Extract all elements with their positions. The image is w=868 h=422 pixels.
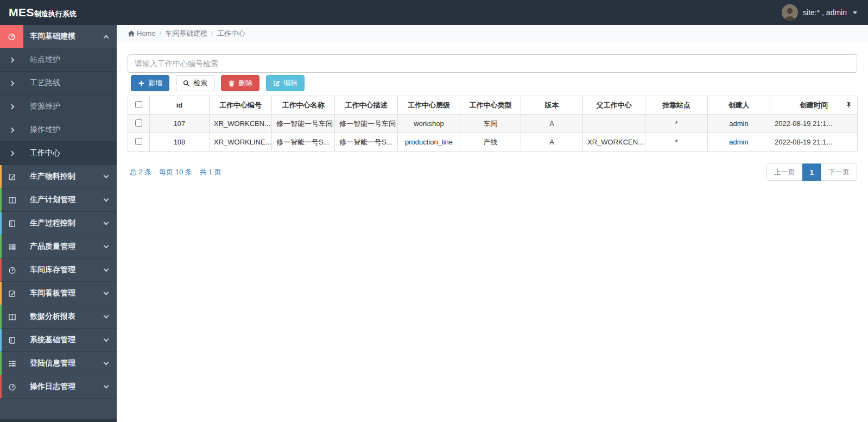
column-header-version[interactable]: 版本: [521, 96, 583, 115]
prev-page-button[interactable]: 上一页: [766, 163, 803, 181]
search-icon: [183, 80, 190, 87]
table-row[interactable]: 107XR_WORKCEN...修一智能一号车间修一智能一号车间workshop…: [128, 115, 858, 133]
pager: 上一页 1 下一页: [767, 163, 857, 181]
sidebar-group[interactable]: 生产过程控制: [0, 212, 117, 235]
chevron-down-icon: [104, 173, 109, 179]
sidebar-group-label: 生产物料控制: [23, 172, 104, 181]
cell-code: XR_WORKLINE...: [210, 133, 272, 152]
search-input[interactable]: [128, 54, 857, 73]
cell-version: A: [521, 133, 583, 152]
sidebar-group[interactable]: 系统基础管理: [0, 329, 117, 352]
sidebar-item[interactable]: 工作中心: [0, 142, 117, 165]
cell-creator: admin: [708, 115, 770, 133]
cell-level: workshop: [398, 115, 460, 133]
pencil-square-icon: [2, 165, 23, 188]
column-header-station[interactable]: 挂靠站点: [645, 96, 708, 115]
user-menu[interactable]: site:* , admin: [782, 4, 868, 21]
sidebar-item-label: 操作维护: [23, 125, 117, 135]
sidebar-group[interactable]: 数据分析报表: [0, 305, 117, 329]
sidebar-group-label: 车间看板管理: [23, 288, 104, 298]
sidebar-item[interactable]: 工艺路线: [0, 72, 117, 95]
next-page-button[interactable]: 下一页: [821, 163, 857, 181]
delete-button[interactable]: 删除: [221, 75, 259, 91]
chevron-down-icon: [104, 267, 109, 272]
row-select-cell: [128, 115, 150, 133]
chevron-down-icon: [104, 290, 109, 295]
cell-ctime: 2022-08-19 21:1...: [770, 133, 858, 152]
query-button[interactable]: 检索: [176, 75, 214, 91]
sidebar-group[interactable]: 车间库存管理: [0, 259, 117, 282]
sidebar-group-label: 车间基础建模: [23, 32, 104, 41]
gauge-icon: [2, 375, 23, 398]
chevron-right-icon: [0, 118, 23, 141]
app-logo[interactable]: MES制造执行系统: [0, 6, 117, 19]
cell-id: 107: [150, 115, 210, 133]
cell-creator: admin: [708, 133, 770, 152]
cell-type: 产线: [460, 133, 521, 152]
breadcrumb-current: 工作中心: [217, 29, 245, 39]
pagination-summary[interactable]: 总 2 条 每页 10 条 共 1 页: [128, 167, 227, 177]
caret-down-icon: [853, 11, 857, 14]
sidebar-group[interactable]: 生产物料控制: [0, 165, 117, 188]
book-icon: [2, 212, 23, 235]
sidebar-group[interactable]: 生产计划管理: [0, 188, 117, 212]
column-header-ctime[interactable]: 创建时间: [770, 96, 858, 115]
row-checkbox[interactable]: [135, 138, 142, 145]
row-checkbox[interactable]: [135, 119, 142, 127]
total-count: 总 2 条: [130, 168, 151, 176]
sidebar-group[interactable]: 操作日志管理: [0, 375, 117, 399]
column-header-id[interactable]: id: [150, 96, 210, 115]
cell-id: 108: [150, 133, 210, 152]
pencil-square-icon: [2, 282, 23, 305]
page-1-button[interactable]: 1: [802, 163, 821, 181]
sidebar-item[interactable]: 操作维护: [0, 118, 117, 142]
chevron-down-icon: [104, 337, 109, 342]
cell-version: A: [521, 115, 583, 133]
sidebar-item[interactable]: 资源维护: [0, 95, 117, 118]
main-area: Home / 车间基础建模 / 工作中心 新增 检索 删除 编辑: [117, 0, 868, 181]
sidebar-group[interactable]: 登陆信息管理: [0, 352, 117, 375]
sidebar-item-label: 资源维护: [23, 102, 117, 111]
sidebar-group[interactable]: 车间看板管理: [0, 282, 117, 305]
column-header-parent[interactable]: 父工作中心: [583, 96, 645, 115]
edit-button[interactable]: 编辑: [266, 75, 305, 91]
cell-name: 修一智能一号车间: [272, 115, 335, 133]
chevron-right-icon: [0, 72, 23, 95]
column-header-desc[interactable]: 工作中心描述: [335, 96, 398, 115]
content-panel: 新增 检索 删除 编辑 id工作中心编号工作中心名称工作中心描述工作中心层级工作…: [117, 42, 868, 181]
home-icon: [128, 30, 135, 37]
list-icon: [2, 235, 23, 258]
select-all-checkbox[interactable]: [135, 101, 142, 108]
column-header-level[interactable]: 工作中心层级: [398, 96, 460, 115]
pagination-bar: 总 2 条 每页 10 条 共 1 页 上一页 1 下一页: [128, 163, 857, 181]
sidebar-item[interactable]: 站点维护: [0, 48, 117, 72]
column-header-name[interactable]: 工作中心名称: [272, 96, 335, 115]
table-row[interactable]: 108XR_WORKLINE...修一智能一号S...修一智能一号S...pro…: [128, 133, 858, 152]
add-button[interactable]: 新增: [131, 75, 169, 91]
gauge-icon: [2, 259, 23, 281]
sidebar-group-label: 生产过程控制: [23, 218, 104, 228]
sidebar-group[interactable]: 车间基础建模: [0, 25, 117, 48]
cell-parent: XR_WORKCEN...: [583, 133, 645, 152]
columns-icon: [2, 188, 23, 211]
sidebar-item-label: 站点维护: [23, 55, 117, 65]
avatar: [782, 4, 798, 21]
column-header-creator[interactable]: 创建人: [708, 96, 770, 115]
brand-suffix-text: 制造执行系统: [34, 9, 77, 19]
sidebar-group-label: 产品质量管理: [23, 242, 104, 251]
breadcrumb-level1[interactable]: 车间基础建模: [165, 29, 207, 39]
list-icon: [2, 352, 23, 375]
breadcrumb-home[interactable]: Home: [128, 29, 156, 37]
sidebar-group[interactable]: 产品质量管理: [0, 235, 117, 259]
chevron-down-icon: [104, 313, 109, 319]
column-header-code[interactable]: 工作中心编号: [210, 96, 272, 115]
breadcrumb-separator: /: [160, 29, 162, 37]
workcenter-table: id工作中心编号工作中心名称工作中心描述工作中心层级工作中心类型版本父工作中心挂…: [128, 96, 858, 152]
sidebar-group-label: 操作日志管理: [23, 382, 104, 392]
sidebar-item-label: 工作中心: [23, 148, 117, 158]
select-all-header: [128, 96, 150, 115]
sidebar-item-label: 工艺路线: [23, 78, 117, 88]
page-size[interactable]: 每页 10 条: [159, 168, 192, 176]
column-header-type[interactable]: 工作中心类型: [460, 96, 521, 115]
breadcrumb-separator: /: [211, 29, 213, 37]
